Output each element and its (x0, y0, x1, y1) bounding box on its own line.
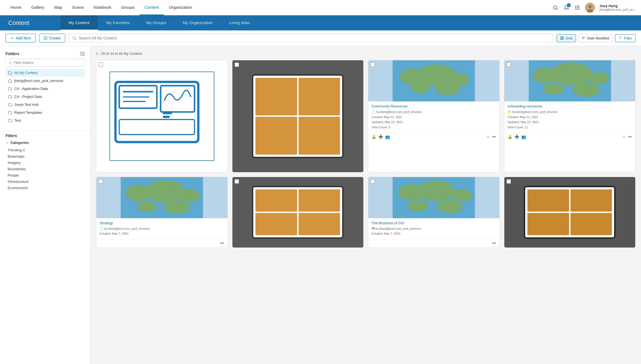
create-button[interactable]: Create (39, 34, 65, 42)
svg-point-12 (588, 5, 592, 8)
new-folder-icon[interactable] (80, 52, 85, 56)
more-icon[interactable]: ••• (220, 241, 224, 245)
card-6-thumb (232, 177, 364, 248)
nav-map[interactable]: Map (49, 0, 67, 15)
card-7-title[interactable]: The Business of GIS (372, 221, 496, 225)
tab-my-content[interactable]: My Content (60, 15, 98, 30)
folder-test-label: Test (14, 118, 21, 123)
card-3-checkbox[interactable] (370, 62, 375, 67)
more-icon[interactable]: ••• (492, 135, 496, 139)
favorite-icon[interactable]: ☆ (486, 135, 490, 139)
tab-living-atlas[interactable]: Living Atlas (221, 15, 258, 30)
lock-icon[interactable]: 🔒 (372, 135, 376, 139)
sort-button[interactable]: Date Modified (578, 34, 613, 42)
card-7[interactable]: The Business of GIS 🗺 by jharig@esri.com… (368, 177, 500, 248)
card-6-checkbox[interactable] (235, 179, 239, 184)
tab-my-favorites[interactable]: My Favorites (98, 15, 138, 30)
card-3-meta: 📄 by jharig@esri.com_prof_services Creat… (372, 109, 496, 130)
card-8[interactable]: Joeys Test Hub 🗂 by jharig@esri.com_prof… (504, 177, 636, 248)
tab-my-groups[interactable]: My Groups (138, 15, 175, 30)
filter-environment[interactable]: Environment (5, 185, 85, 191)
card-1[interactable]: CA Web App Statistical Data Coll... 📄 by… (96, 60, 228, 172)
notification-badge: 1 (567, 3, 571, 7)
lock-icon[interactable]: 🔒 (508, 135, 512, 139)
card-7-checkbox[interactable] (370, 179, 375, 184)
card-8-body: Joeys Test Hub 🗂 by jharig@esri.com_prof… (504, 248, 636, 248)
filter-trending[interactable]: Trending-2 (5, 147, 85, 153)
card-8-thumb (504, 177, 636, 248)
folder-test[interactable]: Test (5, 116, 85, 124)
more-icon[interactable]: ••• (492, 241, 496, 245)
grid-view-button[interactable]: Grid (556, 34, 576, 42)
filter-infrastructure[interactable]: Infrastructure (5, 178, 85, 185)
add-item-button[interactable]: Add Item (5, 34, 36, 42)
svg-rect-5 (575, 7, 576, 8)
folder-joeys-hub[interactable]: Joeys Test Hub (5, 101, 85, 109)
folder-ca-project[interactable]: CA - Project Data (5, 93, 85, 101)
nav-gallery[interactable]: Gallery (26, 0, 49, 15)
more-icon[interactable]: ••• (628, 135, 632, 139)
svg-point-66 (408, 200, 428, 211)
card-3[interactable]: Community Resources 📄 by jharig@esri.com… (368, 60, 500, 172)
folder-report-templates[interactable]: Report Templates (5, 109, 85, 116)
filter-folders-input[interactable] (14, 61, 82, 65)
svg-point-52 (550, 62, 592, 86)
svg-rect-41 (163, 112, 172, 114)
svg-rect-10 (579, 9, 580, 10)
folder-report-label: Report Templates (14, 110, 42, 115)
card-7-meta: 🗺 by jharig@esri.com_prof_services Creat… (372, 226, 496, 236)
card-5-title[interactable]: Strategy (100, 221, 224, 225)
categories-toggle[interactable]: Categories (5, 141, 85, 145)
card-4-title[interactable]: onboarding-resources (508, 104, 632, 108)
card-1-body: CA Web App Statistical Data Coll... 📄 by… (96, 172, 227, 172)
apps-icon[interactable] (574, 4, 581, 11)
card-7-author: 🗺 by jharig@esri.com_prof_services (372, 226, 496, 231)
notification-icon[interactable]: 1 (563, 4, 570, 11)
card-4[interactable]: onboarding-resources 📁 by jharig@esri.co… (504, 60, 636, 172)
filter-button[interactable]: Filter (615, 34, 636, 42)
card-5-author: 📄 by jharig@esri.com_prof_services (100, 226, 224, 231)
nav-scene[interactable]: Scene (67, 0, 89, 15)
svg-line-20 (75, 39, 76, 40)
filter-basemaps[interactable]: Basemaps (5, 153, 85, 160)
folder-report-icon (8, 111, 12, 115)
svg-point-67 (437, 200, 463, 213)
filter-people[interactable]: People (5, 172, 85, 178)
card-8-checkbox[interactable] (507, 179, 511, 184)
card-1-checkbox[interactable] (99, 62, 103, 67)
group-icon[interactable]: 👥 (385, 135, 390, 139)
search-icon[interactable] (552, 4, 559, 11)
card-2[interactable]: The Business of GIS 🗂 by jharig@esri.com… (232, 60, 364, 172)
chevron-down-icon (5, 141, 9, 144)
folder-user-home[interactable]: jharig@esri.com_prof_services (5, 77, 85, 85)
folder-ca-proj-icon (8, 95, 12, 99)
add-icon[interactable]: ➕ (515, 135, 519, 139)
folder-ca-application[interactable]: CA - Application Data (5, 85, 85, 93)
avatar[interactable] (585, 3, 595, 13)
nav-groups[interactable]: Groups (116, 0, 139, 15)
nav-content[interactable]: Content (140, 0, 164, 15)
tab-my-organization[interactable]: My Organization (175, 15, 221, 30)
card-3-title[interactable]: Community Resources (372, 104, 496, 108)
card-2-checkbox[interactable] (235, 62, 239, 67)
search-input[interactable] (79, 36, 550, 40)
svg-rect-42 (163, 116, 170, 118)
svg-point-33 (9, 61, 11, 64)
card-6[interactable]: Joeys Test Hub copy 🗂 by jharig@esri.com… (232, 177, 364, 248)
card-5-checkbox[interactable] (99, 179, 103, 184)
filter-imagery[interactable]: Imagery (5, 160, 85, 166)
nav-organization[interactable]: Organization (164, 0, 197, 15)
svg-point-19 (73, 37, 75, 39)
nav-notebook[interactable]: Notebook (89, 0, 116, 15)
folder-all-my-content[interactable]: All My Content (5, 69, 85, 77)
card-2-thumb (232, 60, 364, 172)
group-icon[interactable]: 👥 (521, 135, 526, 139)
favorite-icon[interactable]: ☆ (622, 135, 626, 139)
nav-home[interactable]: Home (5, 0, 26, 15)
sort-label: Date Modified (587, 36, 609, 40)
card-4-checkbox[interactable] (507, 62, 511, 67)
add-icon[interactable]: ➕ (378, 135, 383, 139)
card-5[interactable]: Strategy 📄 by jharig@esri.com_prof_servi… (96, 177, 228, 248)
user-info[interactable]: Joey Harig jharig@esri.com_prof_se... (599, 4, 636, 11)
filter-boundaries[interactable]: Boundaries (5, 166, 85, 172)
